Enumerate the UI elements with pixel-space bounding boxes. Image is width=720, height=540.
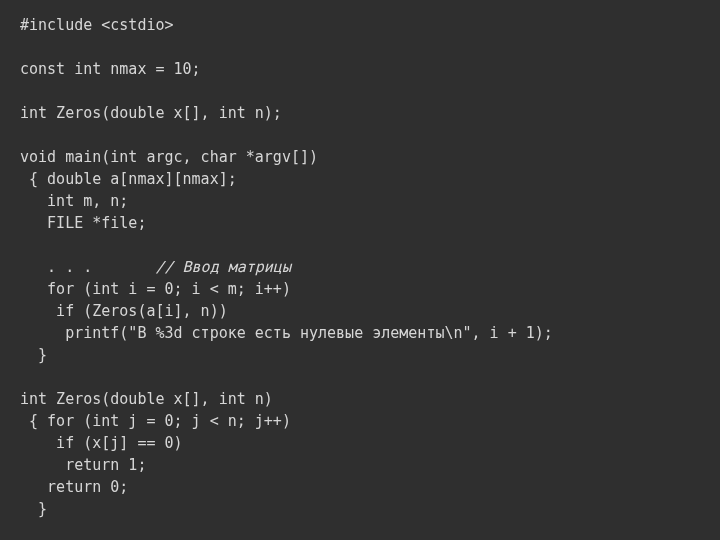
code-line: printf("В %3d строке есть нулевые элемен… xyxy=(20,324,553,342)
code-line: const int nmax = 10; xyxy=(20,60,201,78)
code-line: { for (int j = 0; j < n; j++) xyxy=(20,412,291,430)
code-line: { double a[nmax][nmax]; xyxy=(20,170,237,188)
code-line: if (x[j] == 0) xyxy=(20,434,183,452)
code-comment: // Ввод матрицы xyxy=(155,258,290,276)
code-line: #include <cstdio> xyxy=(20,16,174,34)
code-line: FILE *file; xyxy=(20,214,146,232)
code-line: if (Zeros(a[i], n)) xyxy=(20,302,228,320)
code-block: #include <cstdio> const int nmax = 10; i… xyxy=(0,0,720,534)
code-line: } xyxy=(20,500,47,518)
code-line: int m, n; xyxy=(20,192,128,210)
code-line: return 0; xyxy=(20,478,128,496)
code-line: } xyxy=(20,346,47,364)
code-line: int Zeros(double x[], int n) xyxy=(20,390,273,408)
code-line: . . . // Ввод матрицы xyxy=(20,258,291,276)
code-line: for (int i = 0; i < m; i++) xyxy=(20,280,291,298)
code-line: return 1; xyxy=(20,456,146,474)
code-line: int Zeros(double x[], int n); xyxy=(20,104,282,122)
code-line: void main(int argc, char *argv[]) xyxy=(20,148,318,166)
